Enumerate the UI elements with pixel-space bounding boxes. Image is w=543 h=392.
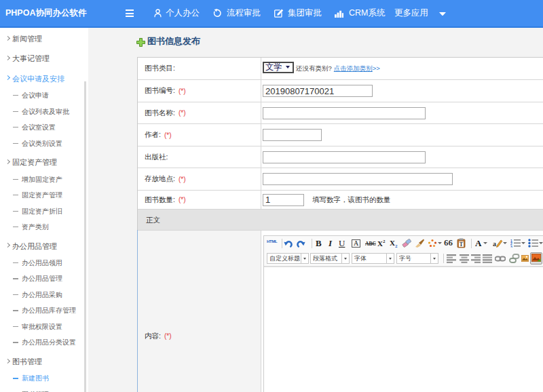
svg-text:T: T: [460, 241, 464, 248]
svg-text:3: 3: [510, 245, 512, 248]
svg-text:a: a: [493, 240, 496, 248]
